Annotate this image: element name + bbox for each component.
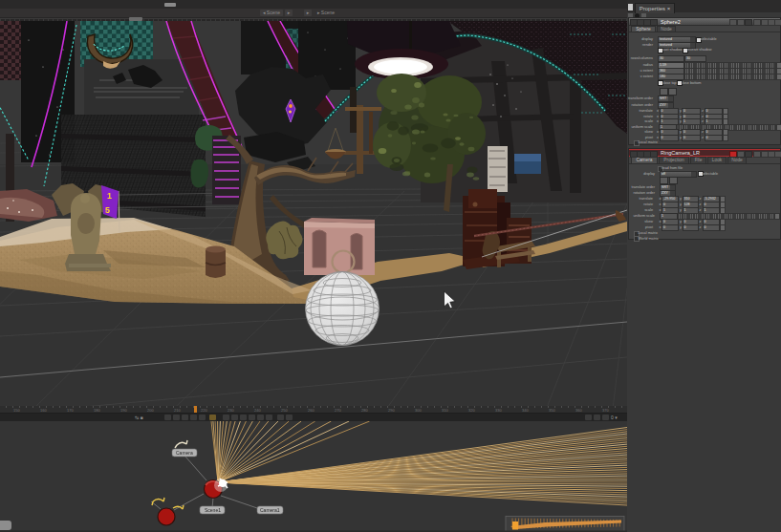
svg-text:5: 5 bbox=[105, 205, 110, 215]
svg-text:1: 1 bbox=[107, 191, 112, 201]
svg-text:Camera: Camera bbox=[176, 450, 193, 456]
svg-text:Camera1: Camera1 bbox=[260, 507, 280, 513]
svg-text:Scene1: Scene1 bbox=[205, 507, 221, 513]
